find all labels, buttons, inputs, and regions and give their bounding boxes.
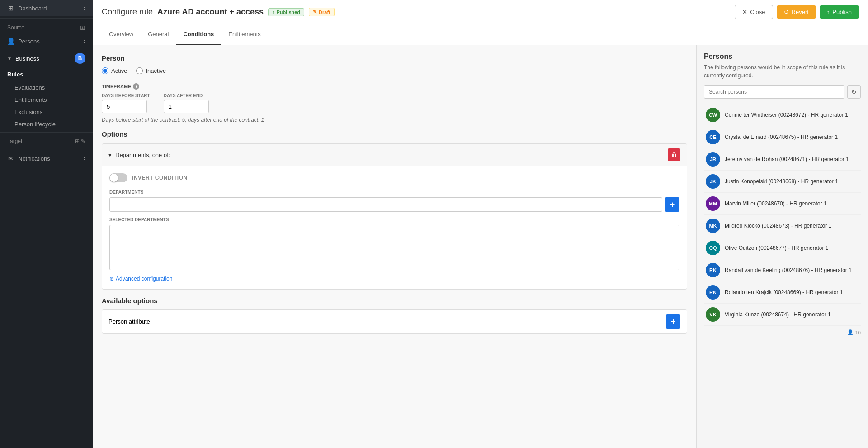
revert-button[interactable]: ↺ Revert xyxy=(777,5,816,19)
sidebar-item-person-lifecycle[interactable]: Person lifecycle xyxy=(0,118,93,130)
business-label: Business xyxy=(15,55,39,62)
person-avatar: OQ xyxy=(706,241,720,255)
timeframe-description: Days before start of the contract: 5, da… xyxy=(102,117,687,123)
days-before-start-input[interactable] xyxy=(102,100,147,113)
person-lifecycle-label: Person lifecycle xyxy=(14,121,56,128)
topbar-actions: ✕ Close ↺ Revert ↑ Publish xyxy=(735,5,859,19)
inactive-radio[interactable] xyxy=(136,67,143,74)
person-list-item: JKJustin Konopelski (00248668) - HR gene… xyxy=(704,171,861,193)
person-list-item: VKVirginia Kunze (00248674) - HR generat… xyxy=(704,304,861,326)
sidebar-persons-label: Persons xyxy=(18,38,40,45)
inactive-radio-label[interactable]: Inactive xyxy=(136,67,166,74)
person-list-item: CWConnie ter Wintheiser (00248672) - HR … xyxy=(704,104,861,126)
person-list-item: OQOlive Quitzon (00248677) - HR generato… xyxy=(704,237,861,259)
person-status-group: Active Inactive xyxy=(102,67,687,74)
tabs-bar: Overview General Conditions Entitlements xyxy=(93,24,868,45)
active-radio-label[interactable]: Active xyxy=(102,67,127,74)
main-content: Configure rule Azure AD account + access… xyxy=(93,0,868,448)
exclusions-label: Exclusions xyxy=(14,109,42,115)
options-title: Options xyxy=(102,130,687,138)
left-panel: Person Active Inactive TIMEFRAME i DAYS … xyxy=(93,45,696,448)
sidebar-item-rules[interactable]: Rules xyxy=(0,67,93,81)
person-name: Jeremy van de Rohan (00248671) - HR gene… xyxy=(725,156,849,162)
source-icon: ⊞ xyxy=(80,24,85,31)
department-condition-card: ▾ Departments, one of: 🗑 INVERT CONDITIO… xyxy=(102,143,687,290)
title-name: Azure AD account + access xyxy=(157,7,264,17)
available-options-title: Available options xyxy=(102,297,687,305)
sidebar-item-dashboard[interactable]: ⊞ Dashboard › xyxy=(0,0,93,16)
chevron-icon: ▼ xyxy=(7,56,12,61)
person-section-title: Person xyxy=(102,54,687,62)
title-prefix: Configure rule xyxy=(102,7,153,17)
tab-general[interactable]: General xyxy=(141,24,176,45)
selected-departments-box xyxy=(109,225,679,270)
trash-icon: 🗑 xyxy=(671,151,677,158)
person-avatar: MK xyxy=(706,219,720,233)
person-name: Olive Quitzon (00248677) - HR generator … xyxy=(725,245,828,251)
refresh-persons-button[interactable]: ↻ xyxy=(847,85,861,99)
target-icons: ⊞ ✎ xyxy=(75,138,85,144)
days-after-end-input[interactable] xyxy=(164,100,209,113)
sidebar-item-business[interactable]: ▼ Business B xyxy=(0,49,93,67)
person-avatar: VK xyxy=(706,307,720,322)
close-icon: ✕ xyxy=(742,9,747,15)
person-name: Randall van de Keeling (00248676) - HR g… xyxy=(725,267,852,273)
sidebar-item-notifications[interactable]: ✉ Notifications › xyxy=(0,150,93,167)
sidebar-item-persons[interactable]: 👤 Persons › xyxy=(0,33,93,49)
days-before-start-group: DAYS BEFORE START xyxy=(102,93,150,113)
person-list-item: RKRolando ten Krajcik (00248669) - HR ge… xyxy=(704,281,861,304)
days-after-end-group: DAYS AFTER END xyxy=(164,93,209,113)
person-name: Mildred Klocko (00248673) - HR generator… xyxy=(725,223,831,229)
invert-label: INVERT CONDITION xyxy=(132,175,188,181)
person-list-item: MMMarvin Miller (00248670) - HR generato… xyxy=(704,193,861,215)
evaluations-label: Evaluations xyxy=(14,84,45,91)
person-list-item: JRJeremy van de Rohan (00248671) - HR ge… xyxy=(704,148,861,171)
sidebar-section-source: Source ⊞ xyxy=(0,20,93,33)
sidebar-item-entitlements[interactable]: Entitlements xyxy=(0,94,93,106)
tab-entitlements[interactable]: Entitlements xyxy=(221,24,268,45)
draft-icon: ✎ xyxy=(313,9,317,15)
add-department-button[interactable]: + xyxy=(665,197,679,212)
tab-overview[interactable]: Overview xyxy=(102,24,141,45)
search-row: ↻ xyxy=(704,85,861,99)
delete-dept-button[interactable]: 🗑 xyxy=(668,148,680,161)
revert-icon: ↺ xyxy=(784,9,789,15)
persons-panel-title: Persons xyxy=(704,52,861,61)
sidebar: ⊞ Dashboard › Source ⊞ 👤 Persons › ▼ Bus… xyxy=(0,0,93,448)
tab-conditions[interactable]: Conditions xyxy=(176,24,221,45)
person-attribute-row: Person attribute + xyxy=(102,309,687,334)
publish-icon: ↑ xyxy=(827,9,830,15)
sidebar-arrow-icon: › xyxy=(84,5,85,11)
publish-button[interactable]: ↑ Publish xyxy=(820,5,859,19)
notifications-label: Notifications xyxy=(18,155,50,162)
person-avatar: RK xyxy=(706,285,720,300)
person-name: Crystal de Emard (00248675) - HR generat… xyxy=(725,134,838,140)
notif-arrow-icon: › xyxy=(84,155,85,162)
selected-departments-label: SELECTED DEPARTMENTS xyxy=(109,217,679,222)
published-badge: ↑ Published xyxy=(268,8,304,16)
active-radio[interactable] xyxy=(102,67,108,74)
count-value: 10 xyxy=(855,330,861,335)
info-icon: i xyxy=(133,83,139,90)
sidebar-section-target: Target ⊞ ✎ xyxy=(0,134,93,146)
search-persons-input[interactable] xyxy=(704,85,844,99)
advanced-config-toggle[interactable]: ⊕ Advanced configuration xyxy=(109,276,679,282)
source-label: Source xyxy=(7,24,24,31)
sidebar-item-evaluations[interactable]: Evaluations xyxy=(0,81,93,94)
persons-panel-description: The following persons would be in scope … xyxy=(704,63,861,80)
sidebar-item-exclusions[interactable]: Exclusions xyxy=(0,106,93,118)
departments-label: DEPARTMENTS xyxy=(109,190,679,195)
person-name: Virginia Kunze (00248674) - HR generator… xyxy=(725,311,831,318)
target-label: Target xyxy=(7,138,22,144)
collapse-icon[interactable]: ▾ xyxy=(108,152,112,158)
invert-toggle[interactable] xyxy=(109,173,127,182)
close-button[interactable]: ✕ Close xyxy=(735,5,773,19)
person-name: Justin Konopelski (00248668) - HR genera… xyxy=(725,178,838,185)
persons-count: 👤 10 xyxy=(704,329,861,335)
add-person-attribute-button[interactable]: + xyxy=(666,314,680,329)
departments-select[interactable] xyxy=(109,197,662,212)
person-list-item: CECrystal de Emard (00248675) - HR gener… xyxy=(704,126,861,148)
dept-card-title: Departments, one of: xyxy=(115,152,170,158)
topbar: Configure rule Azure AD account + access… xyxy=(93,0,868,24)
person-avatar: RK xyxy=(706,263,720,277)
